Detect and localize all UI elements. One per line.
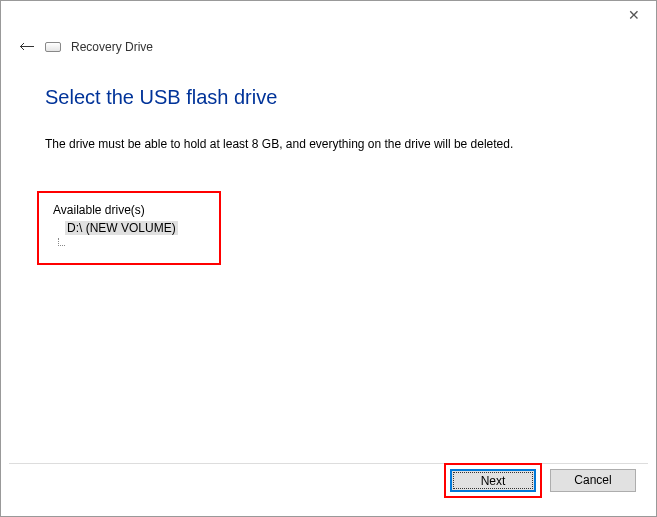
close-button[interactable]: ✕ [624, 7, 644, 27]
available-drives-block: Available drive(s) D:\ (NEW VOLUME) [37, 191, 221, 265]
available-drives-label: Available drive(s) [53, 203, 205, 217]
tree-connector-icon [58, 238, 65, 246]
drive-tree: D:\ (NEW VOLUME) [53, 221, 205, 235]
cancel-button[interactable]: Cancel [550, 469, 636, 492]
page-heading: Select the USB flash drive [45, 86, 616, 109]
window-title: Recovery Drive [71, 40, 153, 54]
button-bar: Next Cancel [444, 463, 636, 498]
content-area: Select the USB flash drive The drive mus… [45, 86, 616, 265]
back-arrow-icon[interactable]: 🡐 [19, 39, 35, 55]
next-button-highlight: Next [444, 463, 542, 498]
next-button[interactable]: Next [450, 469, 536, 492]
page-description: The drive must be able to hold at least … [45, 137, 616, 151]
header-row: 🡐 Recovery Drive [19, 39, 153, 55]
drive-list-item[interactable]: D:\ (NEW VOLUME) [65, 221, 178, 235]
drive-icon [45, 42, 61, 52]
titlebar: ✕ [1, 1, 656, 31]
